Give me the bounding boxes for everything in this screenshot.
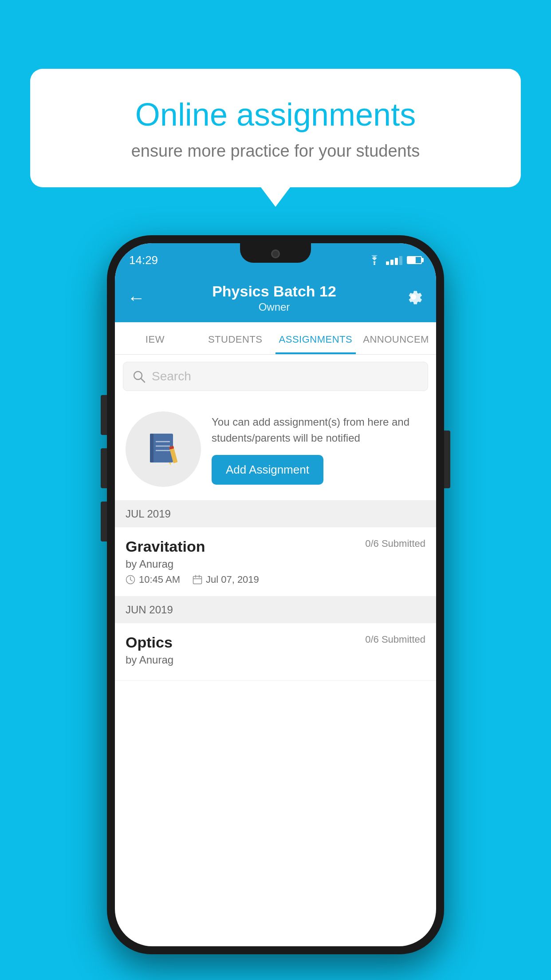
assignment-submitted-optics: 0/6 Submitted xyxy=(365,634,425,645)
section-header-jul: JUL 2019 xyxy=(115,501,436,527)
clock-icon xyxy=(126,575,135,585)
status-time: 14:29 xyxy=(129,253,158,267)
promo-section: You can add assignment(s) from here and … xyxy=(115,398,436,501)
search-bar[interactable]: Search xyxy=(123,362,428,391)
battery-icon xyxy=(407,256,422,264)
assignment-row1: Gravitation 0/6 Submitted xyxy=(126,538,425,555)
svg-line-13 xyxy=(130,580,132,581)
calendar-icon xyxy=(193,575,202,585)
assignment-row1-optics: Optics 0/6 Submitted xyxy=(126,634,425,651)
assignment-submitted: 0/6 Submitted xyxy=(365,538,425,549)
phone-camera xyxy=(271,249,280,258)
svg-rect-14 xyxy=(193,577,201,584)
promo-description: You can add assignment(s) from here and … xyxy=(212,414,425,446)
notebook-icon xyxy=(143,429,183,469)
assignment-date: Jul 07, 2019 xyxy=(193,574,259,585)
header-title-group: Physics Batch 12 Owner xyxy=(212,283,336,313)
settings-button[interactable] xyxy=(403,287,424,309)
svg-line-2 xyxy=(141,379,145,382)
assignment-by: by Anurag xyxy=(126,558,425,570)
search-placeholder: Search xyxy=(152,369,191,383)
status-icons xyxy=(367,255,422,265)
assignment-item-gravitation[interactable]: Gravitation 0/6 Submitted by Anurag 10:4… xyxy=(115,527,436,597)
speech-bubble-subtitle: ensure more practice for your students xyxy=(61,142,490,161)
assignment-item-optics[interactable]: Optics 0/6 Submitted by Anurag xyxy=(115,623,436,681)
back-button[interactable]: ← xyxy=(127,288,145,308)
svg-marker-9 xyxy=(169,462,172,466)
promo-icon-circle xyxy=(126,411,201,487)
wifi-icon xyxy=(367,255,382,265)
svg-rect-4 xyxy=(150,434,153,462)
speech-bubble-container: Online assignments ensure more practice … xyxy=(30,69,521,187)
search-icon xyxy=(132,370,146,383)
header-subtitle: Owner xyxy=(212,301,336,313)
assignment-time: 10:45 AM xyxy=(126,574,180,585)
signal-icon xyxy=(386,255,402,265)
assignment-name: Gravitation xyxy=(126,538,205,555)
speech-bubble: Online assignments ensure more practice … xyxy=(30,69,521,187)
add-assignment-button[interactable]: Add Assignment xyxy=(212,455,323,485)
tab-students[interactable]: STUDENTS xyxy=(195,322,276,354)
gear-icon xyxy=(403,287,424,307)
assignment-by-optics: by Anurag xyxy=(126,654,425,666)
svg-point-0 xyxy=(374,263,375,265)
phone-outer: 14:29 xyxy=(107,235,444,954)
assignment-meta: 10:45 AM Jul 07, 2019 xyxy=(126,574,425,585)
promo-text-area: You can add assignment(s) from here and … xyxy=(212,414,425,485)
tab-iew[interactable]: IEW xyxy=(115,322,195,354)
tab-assignments[interactable]: ASSIGNMENTS xyxy=(276,322,356,354)
speech-bubble-title: Online assignments xyxy=(61,95,490,134)
header-title: Physics Batch 12 xyxy=(212,283,336,300)
assignment-name-optics: Optics xyxy=(126,634,173,651)
phone-screen: 14:29 xyxy=(115,243,436,946)
phone-device: 14:29 xyxy=(107,235,444,954)
phone-notch xyxy=(240,243,311,263)
section-header-jun: JUN 2019 xyxy=(115,597,436,623)
tabs-container: IEW STUDENTS ASSIGNMENTS ANNOUNCEM xyxy=(115,322,436,355)
search-bar-container: Search xyxy=(115,355,436,398)
app-header: ← Physics Batch 12 Owner xyxy=(115,273,436,322)
tab-announcements[interactable]: ANNOUNCEM xyxy=(356,322,436,354)
